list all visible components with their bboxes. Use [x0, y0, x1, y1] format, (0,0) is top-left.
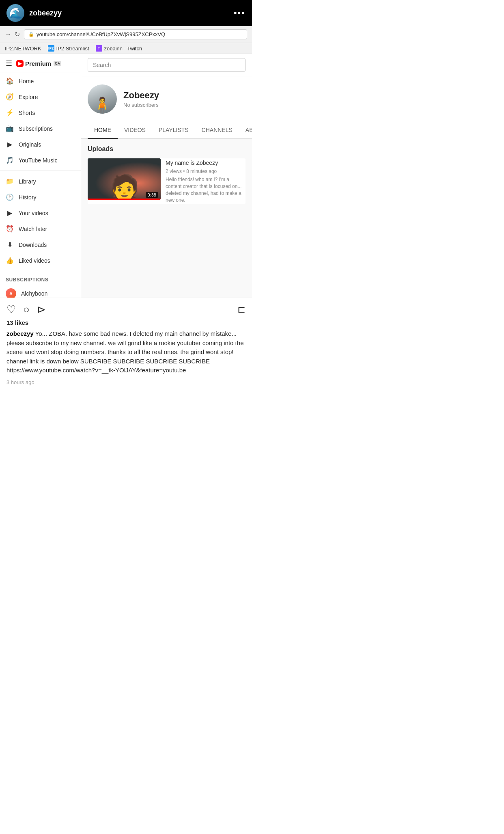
tab-videos[interactable]: VIDEOS: [118, 122, 152, 139]
ig-action-bar: ♡ ○ ⊳ ⊏: [6, 304, 246, 315]
bookmark-twitch[interactable]: T zobainn - Twitch: [96, 45, 142, 52]
comment-icon[interactable]: ○: [23, 304, 30, 315]
sidebar-history-label: History: [19, 194, 37, 201]
browser-url-bar[interactable]: 🔒 youtube.com/channel/UCoBfUpZXvWjS995ZX…: [24, 29, 247, 39]
sidebar-item-home[interactable]: 🏠 Home: [0, 73, 81, 89]
yt-ca-badge: CA: [54, 61, 61, 66]
channel-avatar: 🧍: [88, 84, 117, 114]
youtube-main-content: 🧍 Zobeezy No subscribers HOME VIDEOS PLA…: [81, 54, 252, 298]
instagram-header: 🌊 zobeezyy •••: [0, 0, 252, 26]
bookmark-ip2network-label: IP2.NETWORK: [5, 45, 41, 52]
channel-profile: 🧍 Zobeezy No subscribers: [81, 76, 252, 122]
tab-home[interactable]: HOME: [88, 122, 118, 139]
channel-info: Zobeezy No subscribers: [123, 90, 159, 108]
tab-about[interactable]: ABOUT: [239, 122, 252, 139]
sidebar-item-originals[interactable]: ▶ Originals: [0, 136, 81, 152]
history-icon: 🕐: [6, 193, 14, 201]
liked-videos-icon: 👍: [6, 257, 14, 264]
yt-logo-text: Premium: [25, 60, 51, 67]
originals-icon: ▶: [6, 140, 14, 148]
channel-subscribers: No subscribers: [123, 102, 159, 108]
video-description: Hello friends! who am i? I'm a content c…: [166, 176, 246, 203]
explore-icon: 🧭: [6, 93, 14, 101]
sidebar-item-watch-later[interactable]: ⏰ Watch later: [0, 221, 81, 237]
browser-refresh-icon[interactable]: ↻: [15, 30, 20, 38]
channel-name: Zobeezy: [123, 90, 159, 101]
thumbnail-person-icon: 🧑: [109, 173, 140, 200]
like-icon[interactable]: ♡: [6, 304, 16, 315]
sidebar-your-videos-label: Your videos: [19, 210, 48, 216]
ig-likes-count: 13 likes: [6, 319, 246, 326]
sidebar-item-downloads[interactable]: ⬇ Downloads: [0, 237, 81, 253]
bookmark-ip2streamlist[interactable]: IP2 IP2 Streamlist: [48, 45, 89, 52]
your-videos-icon: ▶: [6, 209, 14, 217]
bookmark-ip2network[interactable]: IP2.NETWORK: [5, 45, 41, 52]
ip2-icon: IP2: [48, 45, 54, 52]
bookmark-icon[interactable]: ⊏: [237, 304, 246, 315]
browser-nav-buttons: → ↻: [5, 30, 20, 38]
shorts-icon: ⚡: [6, 109, 14, 117]
subscriptions-icon: 📺: [6, 125, 14, 132]
ig-post-footer: ♡ ○ ⊳ ⊏ 13 likes zobeezyy Yo... ZOBA. ha…: [0, 298, 252, 385]
youtube-app: ☰ ▶ Premium CA 🏠 Home 🧭 Explore ⚡ Shorts…: [0, 54, 252, 298]
ig-timestamp: 3 hours ago: [6, 379, 246, 385]
sidebar-item-library[interactable]: 📁 Library: [0, 173, 81, 189]
tab-channels[interactable]: CHANNELS: [195, 122, 239, 139]
alchyboon-avatar: A: [6, 288, 16, 298]
music-icon: 🎵: [6, 156, 14, 164]
sidebar-sub-alchyboon[interactable]: A Alchyboon: [0, 284, 81, 298]
ig-username: zobeezyy: [29, 9, 229, 17]
sidebar-item-liked-videos[interactable]: 👍 Liked videos: [0, 253, 81, 268]
uploads-section: Uploads 🧑 0:38 My name is Zobeezy 2 view…: [81, 139, 252, 211]
yt-top-bar: [81, 54, 252, 76]
watch-later-icon: ⏰: [6, 225, 14, 233]
subscriptions-section-label: SUBSCRIPTIONS: [0, 274, 81, 284]
browser-back-icon[interactable]: →: [5, 31, 11, 38]
ig-profile-avatar: 🌊: [6, 4, 24, 22]
sidebar-item-subscriptions[interactable]: 📺 Subscriptions: [0, 121, 81, 136]
sidebar-subscriptions-label: Subscriptions: [19, 125, 53, 132]
home-icon: 🏠: [6, 77, 14, 85]
library-icon: 📁: [6, 177, 14, 185]
sidebar-explore-label: Explore: [19, 94, 38, 100]
sidebar-item-your-videos[interactable]: ▶ Your videos: [0, 205, 81, 221]
sidebar-home-label: Home: [19, 78, 34, 84]
ig-caption-text: Yo... ZOBA. have some bad news. I delete…: [6, 330, 243, 374]
video-title: My name is Zobeezy: [166, 159, 246, 166]
ig-caption: zobeezyy Yo... ZOBA. have some bad news.…: [6, 329, 246, 375]
youtube-sidebar: ☰ ▶ Premium CA 🏠 Home 🧭 Explore ⚡ Shorts…: [0, 54, 81, 298]
ig-options-dots[interactable]: •••: [234, 8, 246, 18]
sidebar-menu-icon[interactable]: ☰: [6, 59, 12, 68]
sidebar-divider-2: [0, 271, 81, 271]
sidebar-divider-1: [0, 171, 81, 171]
sidebar-downloads-label: Downloads: [19, 242, 47, 248]
yt-header-top: ☰ ▶ Premium CA: [0, 54, 81, 73]
sidebar-item-shorts[interactable]: ⚡ Shorts: [0, 105, 81, 121]
lock-icon: 🔒: [28, 32, 34, 37]
progress-bar: [88, 199, 161, 200]
channel-tabs: HOME VIDEOS PLAYLISTS CHANNELS ABOUT: [81, 122, 252, 139]
ig-caption-author[interactable]: zobeezyy: [6, 330, 34, 337]
sidebar-item-youtube-music[interactable]: 🎵 YouTube Music: [0, 152, 81, 168]
channel-avatar-inner: 🧍: [88, 84, 117, 114]
browser-bar: → ↻ 🔒 youtube.com/channel/UCoBfUpZXvWjS9…: [0, 26, 252, 43]
share-icon[interactable]: ⊳: [37, 304, 46, 315]
sidebar-item-history[interactable]: 🕐 History: [0, 189, 81, 205]
video-thumbnail: 🧑 0:38: [88, 158, 161, 200]
bookmark-ip2streamlist-label: IP2 Streamlist: [56, 45, 89, 52]
browser-url-text: youtube.com/channel/UCoBfUpZXvWjS995ZXCP…: [37, 31, 165, 37]
bookmarks-bar: IP2.NETWORK IP2 IP2 Streamlist T zobainn…: [0, 43, 252, 54]
sidebar-liked-videos-label: Liked videos: [19, 257, 50, 264]
sidebar-library-label: Library: [19, 178, 36, 185]
video-duration: 0:38: [146, 192, 158, 198]
tab-playlists[interactable]: PLAYLISTS: [152, 122, 195, 139]
search-input[interactable]: [88, 58, 246, 72]
video-card[interactable]: 🧑 0:38 My name is Zobeezy 2 views • 8 mi…: [88, 158, 246, 204]
yt-logo: ▶ Premium CA: [16, 60, 61, 67]
video-meta: 2 views • 8 minutes ago: [166, 169, 246, 174]
yt-logo-icon: ▶: [16, 60, 24, 67]
sidebar-shorts-label: Shorts: [19, 110, 35, 116]
downloads-icon: ⬇: [6, 241, 14, 248]
uploads-title: Uploads: [88, 145, 246, 153]
sidebar-item-explore[interactable]: 🧭 Explore: [0, 89, 81, 105]
